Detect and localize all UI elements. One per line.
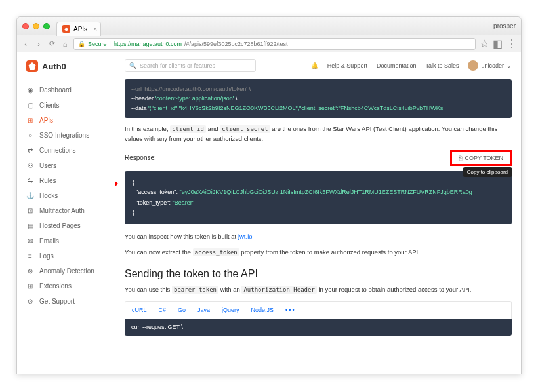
sidebar-item-label: Users xyxy=(39,162,56,169)
copy-button-label: COPY TOKEN xyxy=(465,155,503,161)
sidebar-item-label: Dashboard xyxy=(39,87,72,94)
emails-icon: ✉ xyxy=(26,237,34,245)
code-language-tabs: cURL C# Go Java jQuery Node.JS ••• xyxy=(125,301,512,319)
sidebar-item-label: Anomaly Detection xyxy=(39,267,94,275)
sidebar-nav: ◉Dashboard ▢Clients ⊞APIs ○SSO Integrati… xyxy=(17,80,115,311)
sidebar-item-users[interactable]: ⚇Users xyxy=(17,158,115,173)
main-content: 🔍 Search for clients or features 🔔 Help … xyxy=(115,52,521,374)
browser-tab[interactable]: ◆ APIs × xyxy=(56,22,101,36)
logs-icon: ≡ xyxy=(26,252,34,260)
sidebar-item-label: SSO Integrations xyxy=(39,132,89,139)
sidebar-item-label: Emails xyxy=(39,237,59,245)
bookmark-icon[interactable]: ☆ xyxy=(480,37,489,50)
tab-title: APIs xyxy=(73,26,87,33)
sidebar-item-anomaly[interactable]: ⊗Anomaly Detection xyxy=(17,264,115,279)
sidebar-item-clients[interactable]: ▢Clients xyxy=(17,98,115,113)
request-code-block: curl --request GET \ xyxy=(125,319,512,336)
minimize-window-button[interactable] xyxy=(33,23,39,29)
tab-favicon: ◆ xyxy=(62,25,70,33)
apis-icon: ⊞ xyxy=(26,117,34,124)
sidebar-item-label: Hosted Pages xyxy=(39,222,81,229)
jwtio-link[interactable]: jwt.io xyxy=(238,233,253,240)
lock-icon: 🔒 xyxy=(78,41,85,47)
chevron-down-icon: ⌄ xyxy=(507,62,512,69)
sidebar-item-label: Clients xyxy=(39,102,60,109)
sidebar-item-label: Get Support xyxy=(39,298,75,305)
menu-icon[interactable]: ⋮ xyxy=(507,37,517,50)
logo-row[interactable]: Auth0 xyxy=(17,52,115,80)
sso-icon: ○ xyxy=(26,132,34,139)
tabs-more-button[interactable]: ••• xyxy=(285,307,295,313)
sidebar-item-extensions[interactable]: ⊞Extensions xyxy=(17,279,115,294)
section-heading: Sending the token to the API xyxy=(125,268,512,280)
tab-java[interactable]: Java xyxy=(197,307,210,313)
extension-icon[interactable]: ◧ xyxy=(493,37,503,50)
sidebar-item-dashboard[interactable]: ◉Dashboard xyxy=(17,83,115,98)
link-help[interactable]: Help & Support xyxy=(327,62,367,69)
tab-nodejs[interactable]: Node.JS xyxy=(251,307,274,313)
sidebar-item-label: Hooks xyxy=(39,192,58,199)
sidebar-item-apis[interactable]: ⊞APIs xyxy=(17,113,115,128)
inspect-text: You can inspect how this token is built … xyxy=(125,232,512,241)
curl-code-block: --url 'https://unicoder.auth0.com/oauth/… xyxy=(125,79,512,118)
url-bar: ‹ › ⟳ ⌂ 🔒 Secure | https://manage.auth0.… xyxy=(17,35,521,52)
sidebar-item-connections[interactable]: ⇄Connections xyxy=(17,143,115,158)
sidebar-item-label: Multifactor Auth xyxy=(39,207,85,214)
sidebar-item-support[interactable]: ⊙Get Support xyxy=(17,294,115,309)
code-line: } xyxy=(133,208,504,218)
maximize-window-button[interactable] xyxy=(43,23,50,29)
url-host: https://manage.auth0.com xyxy=(114,41,182,47)
reload-button[interactable]: ⟳ xyxy=(47,39,56,49)
sidebar: Auth0 ◉Dashboard ▢Clients ⊞APIs ○SSO Int… xyxy=(17,52,115,374)
search-placeholder: Search for clients or features xyxy=(140,62,215,69)
username: unicoder xyxy=(481,62,504,69)
sidebar-item-hooks[interactable]: ⚓Hooks xyxy=(17,188,115,203)
browser-profile[interactable]: prosper xyxy=(493,22,516,29)
sidebar-item-sso[interactable]: ○SSO Integrations xyxy=(17,128,115,143)
hooks-icon: ⚓ xyxy=(26,192,34,199)
copy-tooltip: Copy to clipboard xyxy=(463,167,512,177)
tab-go[interactable]: Go xyxy=(178,307,186,313)
sidebar-item-rules[interactable]: ⇋Rules xyxy=(17,173,115,188)
tab-jquery[interactable]: jQuery xyxy=(222,307,239,313)
highlight-arrow-icon xyxy=(115,174,121,187)
sidebar-item-label: Rules xyxy=(39,177,56,184)
link-sales[interactable]: Talk to Sales xyxy=(425,62,459,69)
extract-text: You can now extract the access_token pro… xyxy=(125,248,512,258)
extensions-icon: ⊞ xyxy=(26,283,34,290)
sidebar-item-mfa[interactable]: ⊡Multifactor Auth xyxy=(17,203,115,218)
tab-csharp[interactable]: C# xyxy=(159,307,167,313)
copy-token-button[interactable]: ⎘ COPY TOKEN xyxy=(450,150,512,166)
home-button[interactable]: ⌂ xyxy=(60,39,70,49)
tab-curl[interactable]: cURL xyxy=(132,307,147,313)
bell-icon[interactable]: 🔔 xyxy=(311,62,318,69)
dashboard-icon: ◉ xyxy=(26,87,34,94)
sidebar-item-label: Logs xyxy=(39,252,54,260)
sidebar-item-hosted[interactable]: ▤Hosted Pages xyxy=(17,218,115,233)
avatar xyxy=(468,60,478,71)
users-icon: ⚇ xyxy=(26,162,34,169)
link-docs[interactable]: Documentation xyxy=(377,62,417,69)
back-button[interactable]: ‹ xyxy=(21,39,30,49)
code-line: --data '{"client_id":"k4HY6cSk2b9I2sNEG1… xyxy=(131,104,505,113)
secure-label: Secure xyxy=(88,41,107,47)
search-input[interactable]: 🔍 Search for clients or features xyxy=(125,59,256,72)
sidebar-item-label: Extensions xyxy=(39,283,72,290)
window-titlebar: ◆ APIs × prosper xyxy=(17,17,521,35)
forward-button[interactable]: › xyxy=(34,39,43,49)
sidebar-item-label: APIs xyxy=(39,117,53,124)
sidebar-item-label: Connections xyxy=(39,147,76,154)
url-field[interactable]: 🔒 Secure | https://manage.auth0.com/#/ap… xyxy=(73,38,476,50)
user-menu[interactable]: unicoder ⌄ xyxy=(468,60,512,71)
copy-icon: ⎘ xyxy=(459,155,462,161)
clients-icon: ▢ xyxy=(26,102,34,109)
response-label: Response: xyxy=(125,154,156,161)
sidebar-item-emails[interactable]: ✉Emails xyxy=(17,233,115,248)
support-icon: ⊙ xyxy=(26,298,34,305)
close-tab-icon[interactable]: × xyxy=(93,26,97,33)
topbar: 🔍 Search for clients or features 🔔 Help … xyxy=(115,52,521,79)
close-window-button[interactable] xyxy=(22,23,29,29)
mfa-icon: ⊡ xyxy=(26,207,34,214)
response-code-block: { "access_token": "eyJ0eXAiOiJKV1QiLCJhb… xyxy=(125,171,512,224)
sidebar-item-logs[interactable]: ≡Logs xyxy=(17,248,115,264)
